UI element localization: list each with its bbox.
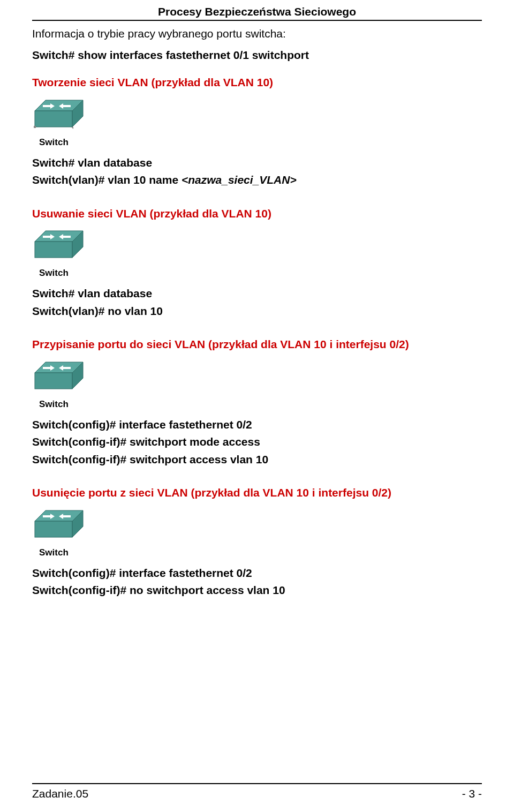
section2-cmd1: Switch# vlan database bbox=[32, 285, 482, 303]
svg-rect-1 bbox=[35, 111, 72, 127]
switch-icon-label: Switch bbox=[39, 137, 482, 148]
section3-title: Przypisanie portu do sieci VLAN (przykła… bbox=[32, 336, 482, 353]
section4-cmd2: Switch(config-if)# no switchport access … bbox=[32, 582, 482, 599]
section1-cmd2-prefix: Switch(vlan)# vlan 10 name bbox=[32, 174, 182, 186]
footer-left: Zadanie.05 bbox=[32, 787, 88, 800]
section2-title: Usuwanie sieci VLAN (przykład dla VLAN 1… bbox=[32, 205, 482, 222]
page-header-title: Procesy Bezpieczeństwa Sieciowego bbox=[32, 0, 482, 20]
svg-marker-3 bbox=[34, 126, 36, 128]
section1-cmd1: Switch# vlan database bbox=[32, 154, 482, 172]
section4-cmd1: Switch(config)# interface fastethernet 0… bbox=[32, 565, 482, 582]
section1-cmd2-param: <nazwa_sieci_VLAN> bbox=[182, 174, 297, 186]
switch-icon: Switch bbox=[32, 359, 482, 410]
page-footer: Zadanie.05 - 3 - bbox=[32, 783, 482, 800]
footer-page-number: - 3 - bbox=[462, 787, 482, 800]
section3-cmd1: Switch(config)# interface fastethernet 0… bbox=[32, 416, 482, 434]
switch-icon-label: Switch bbox=[39, 399, 482, 410]
svg-rect-12 bbox=[35, 521, 72, 537]
switch-icon: Switch bbox=[32, 508, 482, 558]
section3-cmd3: Switch(config-if)# switchport access vla… bbox=[32, 451, 482, 469]
intro-command: Switch# show interfaces fastethernet 0/1… bbox=[32, 47, 482, 64]
intro-text: Informacja o trybie pracy wybranego port… bbox=[32, 25, 482, 42]
svg-rect-6 bbox=[35, 242, 72, 258]
section4-title: Usunięcie portu z sieci VLAN (przykład d… bbox=[32, 484, 482, 501]
section2-cmd2: Switch(vlan)# no vlan 10 bbox=[32, 303, 482, 320]
section3-cmd2: Switch(config-if)# switchport mode acces… bbox=[32, 433, 482, 451]
svg-rect-9 bbox=[35, 373, 72, 389]
switch-icon: Switch bbox=[32, 228, 482, 279]
switch-icon-label: Switch bbox=[39, 268, 482, 279]
header-divider bbox=[32, 20, 482, 21]
svg-marker-4 bbox=[71, 127, 73, 129]
footer-divider bbox=[32, 783, 482, 784]
switch-icon: Switch bbox=[32, 97, 482, 148]
switch-icon-label: Switch bbox=[39, 547, 482, 558]
section1-cmd2: Switch(vlan)# vlan 10 name <nazwa_sieci_… bbox=[32, 171, 482, 189]
section1-title: Tworzenie sieci VLAN (przykład dla VLAN … bbox=[32, 74, 482, 91]
